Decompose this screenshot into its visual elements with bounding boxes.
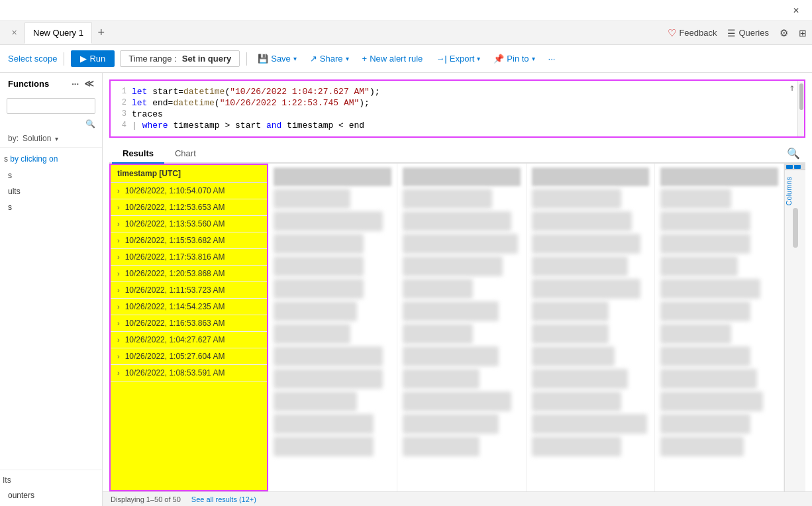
heart-icon: ♡ <box>668 27 676 39</box>
queries-label: Queries <box>738 28 769 38</box>
pin-button[interactable]: 📌 Pin to ▾ <box>489 51 538 66</box>
tab-results-label: Results <box>123 148 154 158</box>
select-scope-label[interactable]: Select scope <box>8 54 57 64</box>
pin-icon: 📌 <box>493 54 504 64</box>
columns-label[interactable]: Columns <box>785 177 805 205</box>
table-row[interactable]: ›10/26/2022, 1:20:53.868 AM <box>111 266 267 282</box>
expand-arrow: › <box>117 352 120 360</box>
timestamp-rows: ›10/26/2022, 1:10:54.070 AM›10/26/2022, … <box>111 183 267 381</box>
sidebar: Functions ··· ≪ 🔍 by: Solution ▾ s by cl… <box>0 73 103 506</box>
expand-arrow: › <box>117 220 120 228</box>
table-row[interactable]: ›10/26/2022, 1:17:53.816 AM <box>111 249 267 266</box>
save-chevron: ▾ <box>293 55 297 62</box>
sidebar-item-label: s <box>8 171 12 180</box>
blurred-cells-2 <box>397 189 526 456</box>
blurred-cell <box>532 189 622 209</box>
close-tab-button[interactable]: ✕ <box>3 23 25 44</box>
editor-scrollbar[interactable] <box>797 81 804 136</box>
more-options-icon[interactable]: ··· <box>72 79 79 89</box>
sidebar-item-s[interactable]: s <box>0 199 102 215</box>
query-tab[interactable]: New Query 1 <box>25 23 92 44</box>
sidebar-item-counters[interactable]: ounters <box>0 487 102 503</box>
timestamp-column: timestamp [UTC] ›10/26/2022, 1:10:54.070… <box>109 164 268 491</box>
close-tab-icon[interactable]: ✕ <box>11 28 17 37</box>
scrollbar-container <box>785 205 805 491</box>
blurred-cell <box>532 234 641 254</box>
table-row[interactable]: ›10/26/2022, 1:12:53.653 AM <box>111 199 267 216</box>
blurred-cell <box>403 189 493 209</box>
search-results-button[interactable]: 🔍 <box>784 144 803 162</box>
right-panel: Columns <box>784 164 805 491</box>
save-icon: 💾 <box>258 54 268 64</box>
share-chevron: ▾ <box>346 55 349 62</box>
table-row[interactable]: ›10/26/2022, 1:16:53.863 AM <box>111 315 267 332</box>
blurred-cells-1 <box>268 189 397 456</box>
status-link[interactable]: See all results (12+) <box>191 495 256 503</box>
table-row[interactable]: ›10/26/2022, 1:13:53.560 AM <box>111 216 267 232</box>
sidebar-item-ults[interactable]: ults <box>0 183 102 199</box>
blurred-cell <box>660 391 763 411</box>
time-range-button[interactable]: Time range : Set in query <box>120 50 240 67</box>
add-tab-button[interactable]: + <box>92 24 111 42</box>
tab-chart[interactable]: Chart <box>164 144 207 164</box>
query-editor[interactable]: 1 let start=datetime("10/26/2022 1:04:27… <box>109 79 805 138</box>
sidebar-bottom: Its ounters <box>0 470 102 506</box>
blurred-cell <box>403 211 512 231</box>
tab-results[interactable]: Results <box>112 144 164 164</box>
expand-arrow: › <box>117 253 120 261</box>
sidebar-item-results[interactable]: s <box>0 168 102 183</box>
table-row[interactable]: ›10/26/2022, 1:15:53.682 AM <box>111 232 267 249</box>
blurred-cell <box>660 436 744 456</box>
blurred-cell <box>403 346 499 366</box>
sidebar-item-label-s: s <box>8 203 12 212</box>
line-number-2: 2 <box>113 98 132 107</box>
close-button[interactable]: ✕ <box>786 0 807 21</box>
queries-button[interactable]: ☰ Queries <box>722 25 774 41</box>
table-row[interactable]: ›10/26/2022, 1:04:27.627 AM <box>111 332 267 348</box>
blurred-cell <box>532 346 615 366</box>
blurred-cell <box>660 324 731 344</box>
run-button[interactable]: ▶ Run <box>71 50 115 67</box>
blurred-cell <box>660 301 750 321</box>
search-input[interactable] <box>7 98 95 114</box>
blurred-cell <box>532 391 622 411</box>
table-row[interactable]: ›10/26/2022, 1:14:54.235 AM <box>111 299 267 315</box>
settings-button[interactable]: ⚙ <box>774 25 793 42</box>
sidebar-items-container: s ults s <box>0 168 102 470</box>
save-button[interactable]: 💾 Save ▾ <box>254 51 301 66</box>
scrollbar-thumb[interactable] <box>793 208 798 248</box>
more-label: ··· <box>548 54 556 64</box>
blurred-cell <box>532 369 628 389</box>
blurred-cell <box>274 346 383 366</box>
new-alert-button[interactable]: + New alert rule <box>358 51 427 66</box>
line-number-4: 4 <box>113 121 132 130</box>
collapse-icon[interactable]: ≪ <box>84 78 94 89</box>
layout-button[interactable]: ⊞ <box>793 25 812 41</box>
share-button[interactable]: ↗ Share ▾ <box>306 51 353 66</box>
table-row[interactable]: ›10/26/2022, 1:05:27.604 AM <box>111 348 267 365</box>
blurred-cell <box>274 369 383 389</box>
blurred-cell <box>660 346 750 366</box>
feedback-button[interactable]: ♡ Feedback <box>662 25 722 42</box>
expand-arrow: › <box>117 286 120 294</box>
export-button[interactable]: →| Export ▾ <box>432 51 484 66</box>
expand-arrow: › <box>117 203 120 211</box>
blurred-cell <box>274 436 374 456</box>
blurred-cell <box>403 256 503 276</box>
collapse-arrows[interactable]: ⇑ <box>789 82 795 93</box>
share-label: Share <box>320 54 343 64</box>
table-row[interactable]: ›10/26/2022, 1:10:54.070 AM <box>111 183 267 199</box>
more-button[interactable]: ··· <box>544 51 560 66</box>
table-row[interactable]: ›10/26/2022, 1:11:53.723 AM <box>111 282 267 299</box>
column-icons <box>785 164 805 170</box>
line-code-1: let start=datetime("10/26/2022 1:04:27.6… <box>132 87 380 97</box>
blurred-cell <box>274 414 374 434</box>
sidebar-header: Functions ··· ≪ <box>0 73 102 94</box>
time-range-value: Set in query <box>182 54 231 64</box>
query-line-2: 2 let end=datetime("10/26/2022 1:22:53.7… <box>113 97 801 109</box>
by-solution-dropdown[interactable]: by: Solution ▾ <box>0 130 102 148</box>
new-alert-label: New alert rule <box>370 54 423 64</box>
blurred-header-1 <box>274 168 391 186</box>
table-row[interactable]: ›10/26/2022, 1:08:53.591 AM <box>111 365 267 381</box>
blurred-cell <box>403 301 499 321</box>
